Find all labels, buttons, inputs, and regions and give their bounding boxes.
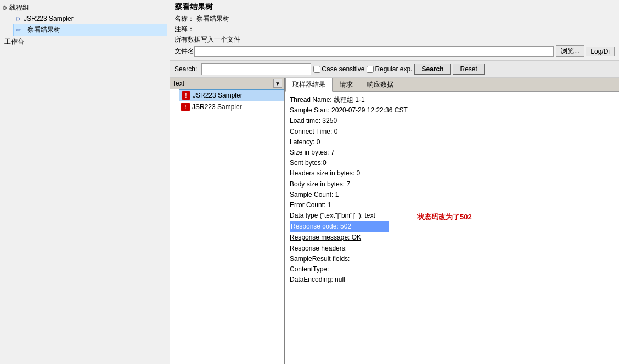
- case-sensitive-checkbox[interactable]: [313, 66, 320, 73]
- comment-row: 注释：: [175, 25, 615, 34]
- file-row: 文件名 浏览... Log/Di: [175, 46, 615, 57]
- regular-exp-container: Regular exp.: [367, 65, 412, 73]
- jsr223-label: JSR223 Sampler: [24, 15, 74, 22]
- pen-icon: ✏: [16, 26, 24, 34]
- write-data-label: 所有数据写入一个文件: [175, 35, 240, 44]
- detail-line-thread-name: Thread Name: 线程组 1-1: [290, 95, 615, 105]
- detail-line-content-type: ContentType:: [290, 264, 615, 275]
- tree-panel: Text ▼ ! JSR223 Sampler !: [170, 78, 285, 364]
- detail-line-sample-count: Sample Count: 1: [290, 190, 615, 200]
- workspace-label: 工作台: [2, 36, 167, 48]
- comment-label: 注释：: [175, 25, 196, 34]
- reset-button[interactable]: Reset: [453, 64, 484, 75]
- annotation-text: 状态码改为了502: [417, 212, 472, 222]
- detail-line-data-encoding: DataEncoding: null: [290, 275, 615, 285]
- detail-line-body-size: Body size in bytes: 7: [290, 179, 615, 190]
- sidebar-item-view-results[interactable]: ✏ 察看结果树: [13, 24, 167, 36]
- detail-panel: 取样器结果 请求 响应数据 Thread Name: 线程组 1-1Sample…: [285, 78, 619, 364]
- regular-exp-label: Regular exp.: [375, 65, 412, 73]
- sidebar-item-thread-group[interactable]: ⚙ 线程组: [2, 2, 167, 14]
- detail-line-connect-time: Connect Time: 0: [290, 127, 615, 137]
- detail-line-error-count: Error Count: 1: [290, 200, 615, 211]
- detail-line-sample-start: Sample Start: 2020-07-29 12:22:36 CST: [290, 105, 615, 116]
- detail-line-sent-bytes: Sent bytes:0: [290, 158, 615, 168]
- content-area: Text ▼ ! JSR223 Sampler !: [170, 78, 619, 364]
- tabs-bar: 取样器结果 请求 响应数据: [285, 78, 619, 92]
- regular-exp-checkbox[interactable]: [367, 66, 374, 73]
- tree-header-label: Text: [172, 79, 273, 87]
- detail-line-latency: Latency: 0: [290, 137, 615, 147]
- name-row: 名称： 察看结果树: [175, 14, 615, 24]
- tree-header: Text ▼: [170, 78, 284, 89]
- view-results-label: 察看结果树: [27, 25, 60, 35]
- tab-response-data[interactable]: 响应数据: [360, 78, 401, 91]
- detail-line-response-headers: Response headers:: [290, 243, 615, 254]
- tab-content: Thread Name: 线程组 1-1Sample Start: 2020-0…: [285, 92, 619, 364]
- thread-group-label: 线程组: [9, 3, 29, 13]
- tree-item-jsr223-1[interactable]: ! JSR223 Sampler: [179, 89, 284, 101]
- tree-body: ! JSR223 Sampler ! JSR223 Sampler: [170, 89, 284, 364]
- tree-item-label-1: JSR223 Sampler: [193, 92, 243, 99]
- tree-collapse-button[interactable]: ▼: [273, 79, 282, 88]
- sidebar: ⚙ 线程组 ⚙ JSR223 Sampler ✏ 察看结果树 工作台: [0, 0, 170, 364]
- panel-title: 察看结果树: [175, 2, 615, 12]
- error-icon-2: !: [181, 103, 190, 111]
- name-label: 名称：: [175, 14, 196, 24]
- error-icon-1: !: [182, 91, 190, 100]
- case-sensitive-container: Case sensitive: [313, 65, 364, 73]
- sidebar-item-jsr223[interactable]: ⚙ JSR223 Sampler: [13, 14, 167, 24]
- filename-label: 文件名: [175, 47, 194, 56]
- filename-input[interactable]: [194, 46, 554, 57]
- header-section: 察看结果树 名称： 察看结果树 注释： 所有数据写入一个文件 文件名 浏览...…: [170, 0, 619, 61]
- search-input[interactable]: [201, 63, 311, 75]
- tab-sampler-result[interactable]: 取样器结果: [285, 78, 333, 92]
- tree-item-jsr223-2[interactable]: ! JSR223 Sampler: [179, 101, 284, 112]
- search-button[interactable]: Search: [414, 64, 451, 75]
- write-data-row: 所有数据写入一个文件: [175, 35, 615, 44]
- logdi-button[interactable]: Log/Di: [586, 47, 615, 56]
- detail-line-sample-result-fields: SampleResult fields:: [290, 254, 615, 264]
- detail-line-size-bytes: Size in bytes: 7: [290, 147, 615, 158]
- right-panel: 察看结果树 名称： 察看结果树 注释： 所有数据写入一个文件 文件名 浏览...…: [170, 0, 619, 364]
- tab-request[interactable]: 请求: [333, 78, 360, 91]
- detail-line-response-code: Response code: 502: [290, 221, 389, 232]
- detail-line-headers-size: Headers size in bytes: 0: [290, 168, 615, 179]
- case-sensitive-label: Case sensitive: [322, 65, 364, 73]
- tree-item-label-2: JSR223 Sampler: [192, 103, 242, 111]
- detail-lines: Thread Name: 线程组 1-1Sample Start: 2020-0…: [290, 95, 615, 285]
- search-label: Search:: [175, 65, 197, 73]
- browse-button[interactable]: 浏览...: [556, 46, 584, 57]
- name-value: 察看结果树: [196, 14, 229, 24]
- detail-line-load-time: Load time: 3250: [290, 116, 615, 126]
- detail-line-response-message: Response message: OK: [290, 232, 615, 243]
- search-bar: Search: Case sensitive Regular exp. Sear…: [170, 61, 619, 78]
